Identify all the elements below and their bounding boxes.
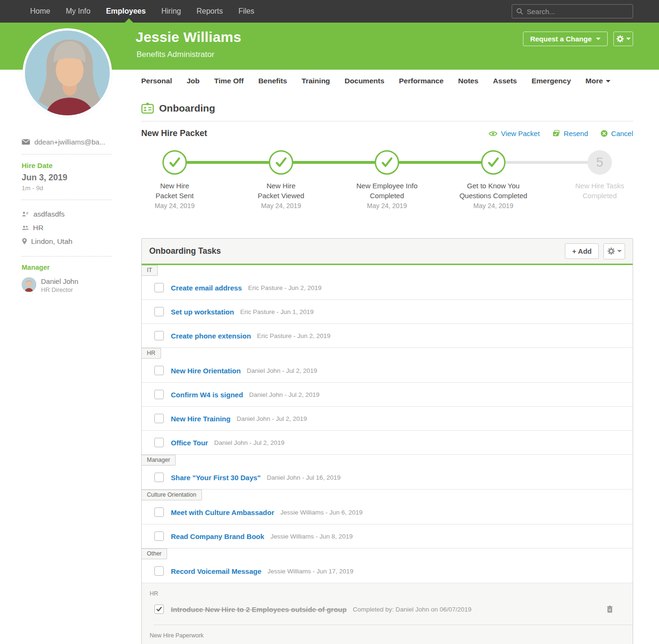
step-label-line: New Hire — [126, 181, 224, 191]
nav-item-home[interactable]: Home — [30, 7, 50, 16]
task-link[interactable]: Create phone extension — [171, 332, 251, 340]
task-link[interactable]: New Hire Training — [171, 415, 231, 423]
task-row: Create email addressEric Pasture - Jun 2… — [142, 276, 633, 300]
manager-avatar — [22, 277, 36, 292]
add-task-button[interactable]: + Add — [565, 243, 599, 259]
task-link[interactable]: New Hire Orientation — [171, 367, 241, 375]
completed-task-label[interactable]: Introduce New Hire to 2 Employees outsid… — [171, 605, 346, 613]
task-category-chip: IT — [142, 265, 158, 276]
cancel-link[interactable]: Cancel — [601, 129, 633, 137]
task-link[interactable]: Read Company Brand Book — [171, 532, 264, 540]
task-link[interactable]: Record Voicemail Message — [171, 567, 261, 575]
tab-performance[interactable]: Performance — [399, 77, 444, 85]
header-settings-button[interactable] — [613, 32, 633, 46]
completed-task-list: HRIntroduce New Hire to 2 Employees outs… — [142, 583, 633, 644]
employee-avatar — [23, 28, 112, 118]
main-content: PersonalJobTime OffBenefitsTrainingDocum… — [141, 70, 659, 644]
manager-card: Daniel John HR Director — [22, 277, 141, 293]
profile-sidebar: ddean+jwilliams@ba... Hire Date Jun 3, 2… — [0, 70, 141, 644]
info-value: asdfasdfs — [33, 210, 64, 218]
task-checkbox[interactable] — [154, 366, 164, 375]
divider — [141, 121, 633, 121]
step-label-line: Completed — [551, 191, 649, 201]
tab-training[interactable]: Training — [302, 77, 330, 85]
step-label-line: New Employee Info — [338, 181, 436, 191]
top-nav: HomeMy InfoEmployeesHiringReportsFiles — [0, 0, 659, 23]
tab-personal[interactable]: Personal — [141, 77, 172, 85]
divider — [22, 256, 112, 257]
tab-notes[interactable]: Notes — [458, 77, 478, 85]
task-meta: Daniel John - Jul 16, 2019 — [267, 474, 341, 481]
task-meta: Eric Pasture - Jun 2, 2019 — [248, 284, 321, 291]
task-checkbox[interactable] — [154, 438, 164, 447]
task-checkbox[interactable] — [154, 390, 164, 399]
tenure-value: 1m - 9d — [22, 185, 141, 192]
search-input[interactable] — [527, 8, 621, 16]
nav-item-reports[interactable]: Reports — [196, 7, 223, 16]
request-change-button[interactable]: Request a Change — [523, 32, 608, 46]
tab-benefits[interactable]: Benefits — [258, 77, 287, 85]
task-checkbox[interactable] — [154, 414, 164, 423]
task-checkbox-checked[interactable] — [154, 604, 164, 614]
tasks-settings-button[interactable] — [603, 243, 625, 259]
chevron-down-icon — [606, 80, 611, 82]
resend-link[interactable]: Resend — [553, 129, 588, 137]
info-row-location-pin-icon: Lindon, Utah — [22, 234, 141, 248]
task-link[interactable]: Confirm W4 is signed — [171, 391, 243, 399]
global-search[interactable] — [512, 4, 633, 18]
task-row: New Hire OrientationDaniel John - Jul 2,… — [142, 359, 633, 383]
step-date: May 24, 2019 — [232, 202, 330, 209]
task-link[interactable]: Office Tour — [171, 439, 208, 447]
cancel-circle-icon — [601, 130, 608, 137]
search-icon — [516, 8, 523, 15]
completed-category-label: New Hire Paperwork — [142, 625, 633, 640]
task-checkbox[interactable] — [154, 331, 164, 340]
task-link[interactable]: Meet with Culture Ambassador — [171, 508, 274, 516]
employee-id-icon: # — [22, 211, 30, 217]
trash-icon[interactable] — [607, 605, 613, 614]
task-meta: Daniel John - Jul 2, 2019 — [214, 439, 284, 446]
tab-assets[interactable]: Assets — [493, 77, 517, 85]
task-row: Share "Your First 30 Days"Daniel John - … — [142, 466, 633, 490]
nav-item-hiring[interactable]: Hiring — [161, 7, 181, 16]
step-check-icon — [481, 150, 506, 175]
employee-email[interactable]: ddean+jwilliams@ba... — [34, 138, 105, 146]
packet-title: New Hire Packet — [141, 129, 207, 138]
chevron-down-icon — [596, 38, 601, 40]
onboarding-tasks-panel: Onboarding Tasks + Add ITCreate email ad… — [141, 238, 633, 644]
nav-item-files[interactable]: Files — [238, 7, 254, 16]
task-checkbox[interactable] — [154, 283, 164, 292]
nav-item-my-info[interactable]: My Info — [66, 7, 90, 16]
task-checkbox[interactable] — [154, 507, 164, 517]
step-1: New HirePacket SentMay 24, 2019 — [126, 150, 224, 209]
tab-job[interactable]: Job — [186, 77, 200, 85]
header-actions: Request a Change — [523, 32, 633, 46]
tab-documents[interactable]: Documents — [345, 77, 384, 85]
completed-task-row: Introduce New Hire to 2 Employees outsid… — [142, 598, 633, 620]
task-row: New Hire TrainingDaniel John - Jul 2, 20… — [142, 407, 633, 431]
step-5: 5New Hire TasksCompleted — [551, 150, 649, 201]
info-value: Lindon, Utah — [31, 237, 72, 246]
task-category-chip: Manager — [142, 455, 176, 466]
task-group-culture-orientation: Culture OrientationMeet with Culture Amb… — [142, 490, 633, 548]
task-checkbox[interactable] — [154, 531, 164, 541]
tab-emergency[interactable]: Emergency — [531, 77, 571, 85]
task-checkbox[interactable] — [154, 307, 164, 316]
request-change-label: Request a Change — [530, 35, 592, 43]
active-nav-notch — [125, 18, 133, 23]
tab-more[interactable]: More — [586, 77, 611, 85]
task-link[interactable]: Create email address — [171, 284, 242, 292]
task-link[interactable]: Share "Your First 30 Days" — [171, 474, 261, 482]
info-row-employee-id-icon: #asdfasdfs — [22, 207, 141, 221]
task-checkbox[interactable] — [154, 566, 164, 576]
step-label: New HirePacket SentMay 24, 2019 — [126, 181, 224, 209]
step-2: New HirePacket ViewedMay 24, 2019 — [232, 150, 330, 209]
view-packet-link[interactable]: View Packet — [489, 129, 539, 137]
nav-item-employees[interactable]: Employees — [106, 7, 145, 16]
task-checkbox[interactable] — [154, 473, 164, 482]
step-label-line: New Hire Tasks — [551, 181, 649, 191]
task-list: ITCreate email addressEric Pasture - Jun… — [142, 264, 633, 583]
tab-time-off[interactable]: Time Off — [214, 77, 244, 85]
task-link[interactable]: Set up workstation — [171, 308, 234, 316]
section-title: Onboarding — [159, 103, 215, 114]
